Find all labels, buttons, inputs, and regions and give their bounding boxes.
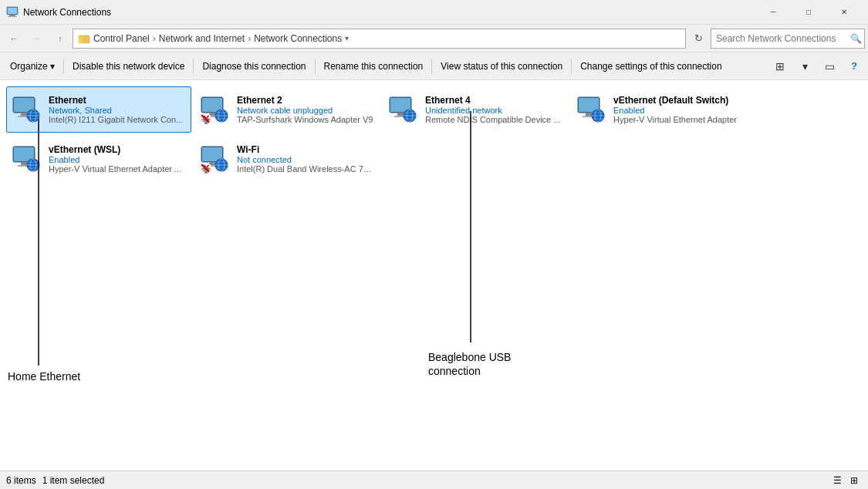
net-item-adapter: Intel(R) Dual Band Wireless-AC 72... xyxy=(237,164,374,174)
net-item-text: vEthernet (WSL) Enabled Hyper-V Virtual … xyxy=(49,144,186,174)
net-item-ethernet2[interactable]: ✕ Ethernet 2 Network cable unplugged TAP… xyxy=(194,86,380,133)
svg-rect-8 xyxy=(21,113,27,116)
net-icon-wrap xyxy=(12,143,42,174)
net-item-ethernet4[interactable]: Ethernet 4 Unidentified network Remote N… xyxy=(383,86,568,133)
search-icon: 🔍 xyxy=(850,33,862,44)
net-item-name: Ethernet xyxy=(49,95,186,106)
svg-rect-49 xyxy=(21,162,27,165)
net-item-name: vEthernet (Default Switch) xyxy=(613,95,751,106)
up-button[interactable]: ↑ xyxy=(49,28,71,49)
net-item-adapter: Intel(R) I211 Gigabit Network Con... xyxy=(49,115,186,124)
rename-button[interactable]: Rename this connection xyxy=(317,56,431,77)
search-box-wrap: 🔍 xyxy=(711,29,865,49)
change-settings-button[interactable]: Change settings of this connection xyxy=(573,56,728,77)
maximize-button[interactable]: □ xyxy=(791,0,826,25)
main-area: Ethernet Network, Shared Intel(R) I211 G… xyxy=(0,80,868,470)
net-item-text: Wi-Fi Not connected Intel(R) Dual Band W… xyxy=(237,144,374,174)
net-item-vethernet-wsl[interactable]: vEthernet (WSL) Enabled Hyper-V Virtual … xyxy=(6,136,191,182)
window-controls: ─ □ ✕ xyxy=(755,0,862,25)
net-item-text: Ethernet 2 Network cable unplugged TAP-S… xyxy=(237,95,374,124)
details-pane-button[interactable]: ▭ xyxy=(819,56,840,77)
net-item-status: Enabled xyxy=(49,155,186,164)
net-item-status: Not connected xyxy=(237,155,374,164)
toolbar: Organize ▾ Disable this network device D… xyxy=(0,52,868,80)
net-item-ethernet[interactable]: Ethernet Network, Shared Intel(R) I211 G… xyxy=(6,86,191,133)
net-item-name: Wi-Fi xyxy=(237,144,374,155)
net-icon-wrap xyxy=(576,94,607,125)
status-bar-right: ☰ ⊞ xyxy=(829,473,862,488)
refresh-button[interactable]: ↻ xyxy=(687,28,709,49)
organize-button[interactable]: Organize ▾ xyxy=(3,56,62,77)
net-icon-wrap xyxy=(12,94,42,125)
address-bar: ← → ↑ Control Panel › Network and Intern… xyxy=(0,25,868,52)
diagnose-button[interactable]: Diagnose this connection xyxy=(195,56,312,77)
view-status-button[interactable]: View status of this connection xyxy=(434,56,569,77)
svg-rect-40 xyxy=(586,113,592,116)
search-input[interactable] xyxy=(711,29,865,49)
svg-rect-5 xyxy=(79,37,83,43)
address-path[interactable]: Control Panel › Network and Internet › N… xyxy=(73,29,686,49)
view-toggle-button[interactable]: ⊞ xyxy=(769,56,791,77)
net-icon-wrap: ✕ xyxy=(200,143,231,174)
net-item-adapter: TAP-Surfshark Windows Adapter V9 xyxy=(237,115,374,124)
forward-button[interactable]: → xyxy=(26,28,48,49)
net-item-status: Network cable unplugged xyxy=(237,106,374,115)
svg-rect-1 xyxy=(9,15,15,16)
net-item-name: vEthernet (WSL) xyxy=(49,144,186,155)
svg-rect-2 xyxy=(8,16,17,17)
svg-rect-3 xyxy=(8,8,17,14)
status-view-list-button[interactable]: ☰ xyxy=(829,473,845,488)
disable-network-button[interactable]: Disable this network device xyxy=(66,56,191,77)
status-view-grid-button[interactable]: ⊞ xyxy=(846,473,862,488)
toolbar-separator-4 xyxy=(431,59,432,74)
view-dropdown-button[interactable]: ▾ xyxy=(794,56,816,77)
net-item-adapter: Hyper-V Virtual Ethernet Adapter ... xyxy=(49,164,186,174)
net-icon-wrap xyxy=(388,94,419,125)
app-icon xyxy=(6,6,19,19)
net-item-name: Ethernet 2 xyxy=(237,95,374,106)
net-item-status: Network, Shared xyxy=(49,106,186,115)
back-button[interactable]: ← xyxy=(3,28,25,49)
content-area: Ethernet Network, Shared Intel(R) I211 G… xyxy=(0,80,868,470)
window-title: Network Connections xyxy=(23,7,755,18)
toolbar-separator-5 xyxy=(571,59,572,74)
net-item-adapter: Remote NDIS Compatible Device ... xyxy=(425,115,562,124)
toolbar-separator-1 xyxy=(63,59,64,74)
svg-rect-31 xyxy=(397,113,404,116)
breadcrumb-network-connections: Network Connections xyxy=(254,33,342,44)
net-item-name: Ethernet 4 xyxy=(425,95,562,106)
help-button[interactable]: ? xyxy=(843,56,865,77)
selected-count: 1 item selected xyxy=(42,475,105,486)
breadcrumb-network-internet: Network and Internet xyxy=(159,33,245,44)
net-item-status: Enabled xyxy=(613,106,751,115)
title-bar: Network Connections ─ □ ✕ xyxy=(0,0,868,25)
minimize-button[interactable]: ─ xyxy=(755,0,791,25)
breadcrumb-control-panel: Control Panel xyxy=(93,33,150,44)
net-item-text: Ethernet Network, Shared Intel(R) I211 G… xyxy=(49,95,186,124)
net-item-wifi[interactable]: ✕ Wi-Fi Not connected Intel(R) Dual Band… xyxy=(194,136,380,182)
net-item-text: vEthernet (Default Switch) Enabled Hyper… xyxy=(613,95,751,124)
item-count: 6 items xyxy=(6,475,36,486)
address-dropdown[interactable]: ▾ xyxy=(343,32,350,44)
toolbar-separator-3 xyxy=(315,59,316,74)
toolbar-separator-2 xyxy=(193,59,194,74)
net-item-vethernet-default[interactable]: vEthernet (Default Switch) Enabled Hyper… xyxy=(571,86,756,133)
close-button[interactable]: ✕ xyxy=(826,0,862,25)
net-item-adapter: Hyper-V Virtual Ethernet Adapter xyxy=(613,115,751,124)
net-item-status: Unidentified network xyxy=(425,106,562,115)
toolbar-right: ⊞ ▾ ▭ ? xyxy=(769,56,865,77)
net-item-text: Ethernet 4 Unidentified network Remote N… xyxy=(425,95,562,124)
net-icon-wrap: ✕ xyxy=(200,94,231,125)
status-bar: 6 items 1 item selected ☰ ⊞ xyxy=(0,470,868,489)
